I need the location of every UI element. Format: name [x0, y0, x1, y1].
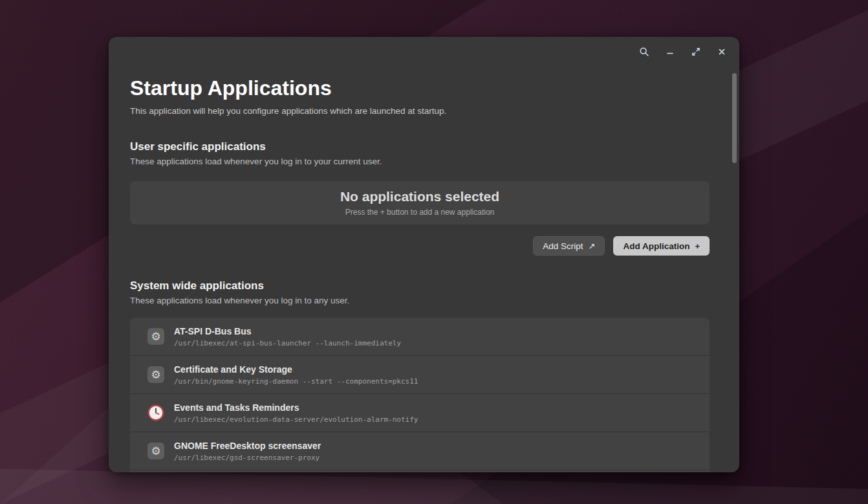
- app-command: /usr/libexec/gsd-screensaver-proxy: [174, 454, 321, 462]
- app-row[interactable]: Events and Tasks Reminders/usr/libexec/e…: [130, 393, 710, 432]
- empty-state-card: No applications selected Press the + but…: [130, 181, 710, 225]
- app-text: Events and Tasks Reminders/usr/libexec/e…: [174, 402, 418, 424]
- scrollbar[interactable]: [732, 73, 737, 163]
- page-subtitle: This application will help you configure…: [130, 105, 710, 116]
- app-command: /usr/bin/gnome-keyring-daemon --start --…: [174, 377, 418, 386]
- user-section-actions: Add Script ↗ Add Application +: [130, 236, 710, 256]
- add-application-label: Add Application: [623, 241, 689, 251]
- app-row[interactable]: ⚙GNOME FreeDesktop screensaver/usr/libex…: [130, 432, 710, 470]
- app-text: GNOME FreeDesktop screensaver/usr/libexe…: [174, 441, 321, 462]
- search-button[interactable]: [635, 42, 654, 61]
- minimize-button[interactable]: [660, 42, 680, 61]
- app-text: Certificate and Key Storage/usr/bin/gnom…: [174, 364, 418, 386]
- empty-state-title: No applications selected: [340, 189, 499, 204]
- empty-state-subtitle: Press the + button to add a new applicat…: [345, 208, 495, 217]
- user-section-heading: User specific applications: [130, 140, 710, 153]
- app-name: AT-SPI D-Bus Bus: [174, 326, 401, 337]
- app-name: GNOME FreeDesktop screensaver: [174, 441, 321, 452]
- page-title: Startup Applications: [130, 76, 710, 100]
- app-command: /usr/libexec/evolution-data-server/evolu…: [174, 415, 418, 424]
- user-section-description: These applications load whenever you log…: [130, 156, 710, 167]
- gear-icon: ⚙: [147, 366, 164, 383]
- app-name: Certificate and Key Storage: [174, 364, 418, 375]
- plus-icon: +: [695, 242, 700, 250]
- app-command: /usr/libexec/at-spi-bus-launcher --launc…: [174, 339, 401, 347]
- app-text: AT-SPI D-Bus Bus/usr/libexec/at-spi-bus-…: [174, 326, 401, 347]
- add-script-button[interactable]: Add Script ↗: [533, 236, 605, 256]
- gear-icon: ⚙: [147, 443, 164, 459]
- system-section-description: These applications load whenever you log…: [130, 295, 710, 306]
- minimize-icon: [666, 47, 675, 56]
- gear-icon: ⚙: [147, 328, 164, 345]
- app-row[interactable]: ⚙Certificate and Key Storage/usr/bin/gno…: [130, 355, 710, 393]
- clock-icon: [147, 404, 164, 421]
- add-script-label: Add Script: [543, 241, 583, 251]
- close-icon: [717, 47, 726, 56]
- app-row[interactable]: ⚙AT-SPI D-Bus Bus/usr/libexec/at-spi-bus…: [130, 318, 710, 355]
- search-icon: [639, 47, 649, 57]
- app-row[interactable]: ⚙GNOME Initial Setup Copy Worker: [130, 470, 710, 472]
- arrow-up-right-icon: ↗: [589, 242, 596, 250]
- add-application-button[interactable]: Add Application +: [613, 236, 710, 256]
- close-button[interactable]: [712, 42, 732, 61]
- system-app-list: ⚙AT-SPI D-Bus Bus/usr/libexec/at-spi-bus…: [130, 318, 710, 472]
- maximize-button[interactable]: [686, 42, 706, 61]
- app-name: Events and Tasks Reminders: [174, 402, 418, 413]
- system-section-heading: System wide applications: [130, 279, 710, 292]
- titlebar[interactable]: [109, 37, 739, 67]
- maximize-icon: [691, 47, 700, 56]
- startup-applications-window: Startup Applications This application wi…: [109, 37, 739, 472]
- window-content: Startup Applications This application wi…: [109, 76, 739, 472]
